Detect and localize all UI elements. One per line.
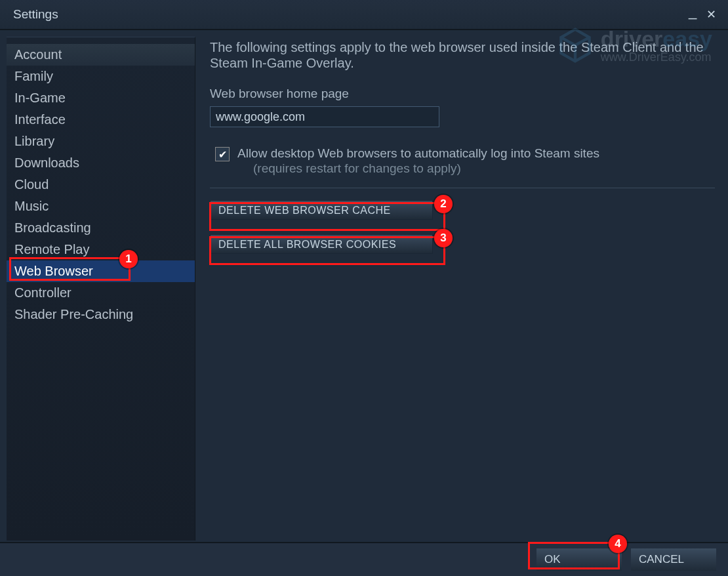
homepage-label: Web browser home page <box>210 87 715 101</box>
sidebar-item-account[interactable]: Account <box>7 44 195 66</box>
sidebar-item-shader-pre-caching[interactable]: Shader Pre-Caching <box>7 304 195 325</box>
close-icon[interactable]: ✕ <box>702 7 720 22</box>
window-body: Account Family In-Game Interface Library… <box>0 30 728 545</box>
settings-window: Settings _ ✕ Account Family In-Game Inte… <box>0 0 728 576</box>
sidebar-item-cloud[interactable]: Cloud <box>7 174 195 195</box>
auto-login-sublabel: (requires restart for changes to apply) <box>237 161 599 176</box>
minimize-icon[interactable]: _ <box>683 9 702 15</box>
auto-login-label: Allow desktop Web browsers to automatica… <box>237 146 599 161</box>
sidebar-item-broadcasting[interactable]: Broadcasting <box>7 217 195 239</box>
settings-sidebar: Account Family In-Game Interface Library… <box>7 37 195 541</box>
homepage-input[interactable] <box>210 106 439 127</box>
window-title: Settings <box>13 7 58 22</box>
auto-login-row: ✔ Allow desktop Web browsers to automati… <box>210 146 715 176</box>
ok-button[interactable]: OK <box>536 548 622 571</box>
sidebar-item-downloads[interactable]: Downloads <box>7 152 195 174</box>
sidebar-item-music[interactable]: Music <box>7 195 195 217</box>
sidebar-item-remote-play[interactable]: Remote Play <box>7 239 195 260</box>
dialog-footer: OK CANCEL <box>0 542 728 576</box>
sidebar-item-controller[interactable]: Controller <box>7 282 195 304</box>
divider <box>210 188 715 188</box>
titlebar: Settings _ ✕ <box>0 0 728 30</box>
sidebar-item-family[interactable]: Family <box>7 66 195 87</box>
delete-cache-button[interactable]: DELETE WEB BROWSER CACHE <box>210 200 433 220</box>
sidebar-item-web-browser[interactable]: Web Browser <box>7 260 195 282</box>
auto-login-checkbox[interactable]: ✔ <box>215 147 230 161</box>
description-text: The following settings apply to the web … <box>210 39 715 71</box>
sidebar-item-library[interactable]: Library <box>7 131 195 152</box>
settings-content: The following settings apply to the web … <box>195 30 728 545</box>
sidebar-item-in-game[interactable]: In-Game <box>7 87 195 109</box>
sidebar-item-interface[interactable]: Interface <box>7 109 195 131</box>
delete-cookies-button[interactable]: DELETE ALL BROWSER COOKIES <box>210 234 433 254</box>
cancel-button[interactable]: CANCEL <box>631 548 716 571</box>
